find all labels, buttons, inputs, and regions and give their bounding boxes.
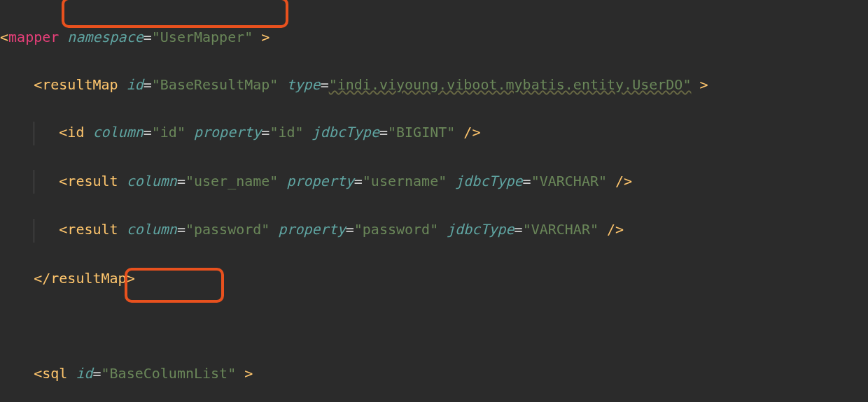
code-line-6[interactable]: </resultMap>	[0, 266, 868, 290]
xml-tag: mapper	[8, 29, 59, 45]
xml-tag: id	[67, 124, 84, 141]
xml-attr: namespace	[67, 29, 143, 45]
code-line-4[interactable]: <result column="user_name" property="use…	[0, 169, 868, 194]
xml-attr: jdbcType	[312, 124, 379, 141]
xml-attr: column	[127, 173, 177, 189]
xml-attr: property	[194, 124, 261, 141]
xml-attr: id	[76, 365, 92, 382]
bracket: <	[0, 29, 8, 45]
xml-attr-value: "username"	[363, 173, 447, 189]
xml-tag: result	[67, 221, 118, 238]
code-line-8[interactable]: <sql id="BaseColumnList" >	[0, 361, 868, 385]
xml-attr-value: "VARCHAR"	[531, 173, 607, 189]
xml-attr-value: "password"	[186, 221, 270, 238]
xml-attr-value: "BaseColumnList"	[102, 365, 237, 382]
xml-attr: type	[286, 76, 320, 93]
xml-attr-value: "id"	[152, 124, 186, 141]
code-line-3[interactable]: <id column="id" property="id" jdbcType="…	[0, 120, 868, 145]
code-editor[interactable]: <mapper namespace="UserMapper" > <result…	[0, 0, 868, 402]
xml-tag: resultMap	[42, 76, 118, 93]
code-line-1[interactable]: <mapper namespace="UserMapper" >	[0, 25, 868, 49]
xml-attr: jdbcType	[447, 221, 514, 238]
xml-attr-value: "BaseResultMap"	[152, 76, 279, 93]
xml-attr-value: "indi.viyoung.viboot.mybatis.entity.User…	[329, 76, 692, 93]
xml-attr: id	[127, 76, 144, 93]
code-line-2[interactable]: <resultMap id="BaseResultMap" type="indi…	[0, 73, 868, 96]
xml-tag: resultMap	[50, 270, 126, 287]
xml-attr-value: "VARCHAR"	[523, 221, 598, 238]
xml-attr: property	[286, 173, 354, 189]
xml-attr: column	[92, 124, 143, 141]
xml-attr-value: "id"	[270, 124, 303, 141]
xml-attr: jdbcType	[455, 173, 522, 189]
xml-attr-value: "user_name"	[186, 173, 278, 189]
xml-attr-value: "UserMapper"	[152, 29, 253, 45]
code-line-7[interactable]	[0, 314, 868, 338]
code-line-5[interactable]: <result column="password" property="pass…	[0, 217, 868, 243]
xml-attr: column	[127, 221, 177, 238]
xml-attr-value: "password"	[354, 221, 438, 238]
xml-attr-value: "BIGINT"	[388, 124, 455, 141]
xml-attr: property	[278, 221, 345, 238]
xml-tag: sql	[42, 365, 67, 382]
xml-tag: result	[67, 173, 118, 189]
